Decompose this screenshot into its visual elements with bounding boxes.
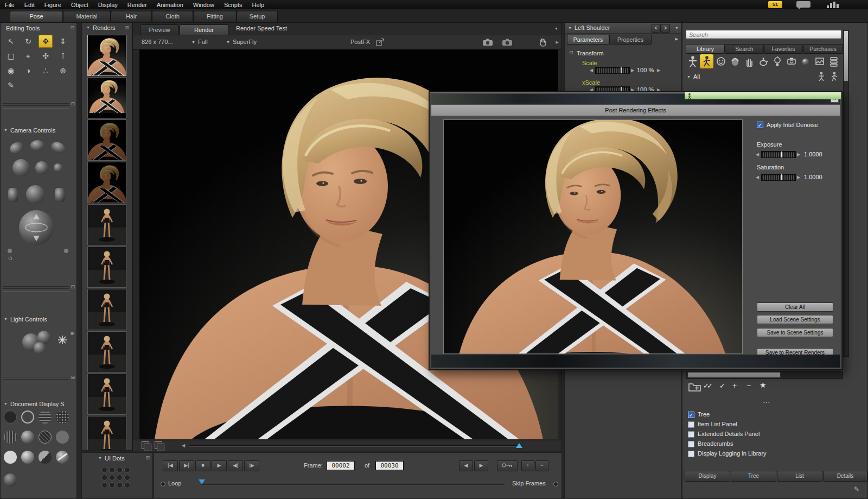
panel-collapse-icon[interactable]: ⊟ <box>70 25 74 30</box>
add-item-icon[interactable]: + <box>732 381 737 390</box>
tab-preview[interactable]: Preview <box>141 24 178 35</box>
tool-taper[interactable]: ✣ <box>39 49 53 62</box>
category-scenes-icon[interactable] <box>813 54 826 68</box>
prev-frame-button[interactable]: ◀| <box>228 460 243 471</box>
viewport-menu-icon[interactable]: ▼ <box>554 27 558 30</box>
library-options-handle[interactable]: ⋯ <box>763 397 770 406</box>
play-button[interactable]: ▶ <box>212 460 227 471</box>
tab-render[interactable]: Render <box>180 24 228 35</box>
category-cameras-icon[interactable] <box>784 54 798 68</box>
stats-icon[interactable] <box>827 1 843 8</box>
render-camera-icon[interactable] <box>482 38 493 46</box>
tool-magnifier[interactable]: ⊕ <box>56 64 70 77</box>
menu-window[interactable]: Window <box>188 2 219 8</box>
tool-chain-break[interactable]: ⊺ <box>56 49 70 62</box>
size-dropdown-icon[interactable]: ▼ <box>192 40 195 44</box>
breadcrumbs-checkbox[interactable] <box>688 441 694 447</box>
tool-marquee[interactable]: ▢ <box>4 49 18 62</box>
param-xscale-label[interactable]: xScale <box>582 79 600 86</box>
category-hands-icon[interactable] <box>742 54 756 68</box>
tab-parameters[interactable]: Parameters <box>567 35 609 45</box>
add-keyframe-button[interactable]: + <box>521 460 534 471</box>
tab-pose[interactable]: Pose <box>10 11 63 22</box>
library-figure-icon-2[interactable] <box>830 72 839 81</box>
tool-paint[interactable]: ✎ <box>4 79 18 92</box>
apply-icon[interactable]: ✓ <box>719 382 725 390</box>
engine-dropdown-icon[interactable]: ▼ <box>226 40 230 44</box>
ui-dot[interactable] <box>101 475 107 481</box>
display-style-outline[interactable] <box>21 410 34 424</box>
category-hair-icon[interactable] <box>728 54 742 68</box>
ui-dot[interactable] <box>124 482 130 488</box>
panel-collapse-icon[interactable]: ⊟ <box>71 101 75 106</box>
display-style-wireframe[interactable] <box>39 410 52 424</box>
exposure-dec-icon[interactable]: ◀ <box>756 152 759 157</box>
menu-file[interactable]: File <box>0 2 20 8</box>
render-thumbnail[interactable] <box>87 162 126 203</box>
tool-select[interactable]: ↖ <box>4 35 18 48</box>
parameters-menu-icon[interactable]: ▼ <box>675 26 679 30</box>
next-keyframe-button[interactable]: ▶ <box>474 460 488 471</box>
render-engine-dropdown[interactable]: SuperFly <box>233 39 257 45</box>
menu-object[interactable]: Object <box>66 2 93 8</box>
library-figure-icon-1[interactable] <box>817 72 826 81</box>
apply-denoise-checkbox[interactable] <box>757 122 763 128</box>
apply-all-icon[interactable]: ✓✓ <box>703 382 711 390</box>
display-view-button[interactable]: Display <box>685 471 730 482</box>
display-style-texture-shaded[interactable] <box>39 451 52 464</box>
tab-cloth[interactable]: Cloth <box>152 11 193 22</box>
display-style-flat-lined[interactable] <box>39 431 52 444</box>
menu-edit[interactable]: Edit <box>20 2 40 8</box>
ui-dot[interactable] <box>117 467 123 473</box>
camera-controls-disclosure[interactable]: ▼ <box>4 128 8 132</box>
layers-icon[interactable] <box>155 441 162 449</box>
menu-help[interactable]: Help <box>247 2 270 8</box>
menu-render[interactable]: Render <box>123 2 152 8</box>
panel-collapse-icon[interactable]: ⊟ <box>71 284 75 289</box>
actor-prev-button[interactable]: < <box>652 24 661 33</box>
category-expressions-icon[interactable] <box>714 54 727 68</box>
param-scale-value[interactable]: 100 % <box>637 67 654 73</box>
exposure-slider[interactable] <box>761 151 796 158</box>
category-poses-icon[interactable] <box>700 54 713 68</box>
render-thumbnail[interactable] <box>87 77 126 118</box>
postfx-label[interactable]: PostFX <box>350 39 370 45</box>
camera-controls-cluster[interactable] <box>5 138 73 260</box>
tool-rotate[interactable]: ↻ <box>21 35 35 48</box>
total-frames-input[interactable] <box>375 461 404 470</box>
tab-properties[interactable]: Properties <box>609 35 652 45</box>
render-thumbnail[interactable] <box>87 247 126 288</box>
menu-animation[interactable]: Animation <box>152 2 188 8</box>
display-style-cartoon[interactable] <box>56 431 69 444</box>
exposure-inc-icon[interactable]: ▶ <box>797 152 800 157</box>
ui-dots-menu-icon[interactable]: ⊞ <box>145 455 150 460</box>
timeline-position-marker[interactable] <box>199 479 205 484</box>
display-style-flat-shaded[interactable] <box>21 431 34 444</box>
ui-dots-disclosure[interactable]: ▼ <box>98 456 102 460</box>
new-folder-icon[interactable] <box>688 382 701 392</box>
tab-search[interactable]: Search <box>725 44 764 54</box>
tab-library[interactable]: Library <box>686 44 725 54</box>
favorite-star-icon[interactable]: ★ <box>760 381 767 389</box>
display-style-smooth-lined[interactable] <box>21 451 34 464</box>
render-thumbnail[interactable] <box>87 289 126 330</box>
last-frame-button[interactable]: ▶| <box>179 460 194 471</box>
category-figures-icon[interactable] <box>686 54 699 68</box>
item-list-panel-checkbox[interactable] <box>688 421 694 428</box>
tab-material[interactable]: Material <box>63 11 111 22</box>
tab-fitting[interactable]: Fitting <box>193 11 237 22</box>
ui-dot[interactable] <box>109 475 115 481</box>
tab-purchases[interactable]: Purchases <box>803 44 843 54</box>
frame-scrubber-track[interactable] <box>189 445 521 447</box>
snapshot-camera-icon[interactable] <box>502 38 513 46</box>
tool-translate-in-out[interactable]: ⇕ <box>56 35 70 48</box>
actor-disclosure[interactable]: ▼ <box>568 26 572 30</box>
pan-hand-icon[interactable] <box>539 37 547 47</box>
render-thumbnail[interactable] <box>87 204 126 245</box>
saturation-inc-icon[interactable]: ▶ <box>797 175 800 180</box>
ui-dot[interactable] <box>109 467 115 473</box>
ui-dot[interactable] <box>124 475 130 481</box>
first-frame-button[interactable]: |◀ <box>163 460 178 471</box>
ui-dot[interactable] <box>101 467 107 473</box>
param-scale-inc-icon[interactable]: ▶ <box>631 68 634 73</box>
